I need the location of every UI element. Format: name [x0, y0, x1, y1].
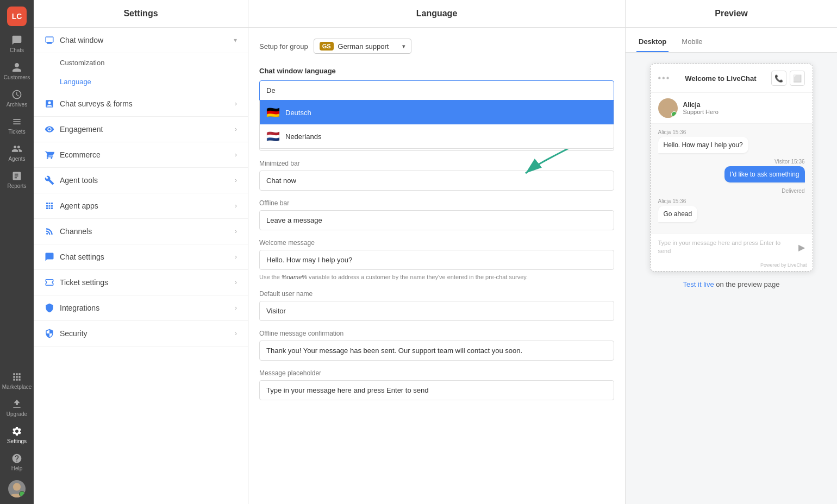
welcome-message-input[interactable] [259, 250, 614, 270]
minimized-bar-input[interactable] [259, 171, 614, 191]
preview-title: Preview [626, 0, 837, 28]
chevron-right-icon-10: › [235, 330, 237, 337]
chat-preview-agent: Alicja Support Hero [651, 93, 813, 124]
upgrade-label: Upgrade [7, 411, 27, 417]
nav-section-chat-settings[interactable]: Chat settings › [34, 244, 248, 270]
group-dropdown-arrow: ▾ [402, 43, 405, 50]
integrations-icon [45, 303, 54, 313]
agent-info: Alicja Support Hero [683, 101, 805, 115]
left-navigation: LC Chats Customers Archives Tickets Agen… [0, 0, 34, 504]
preview-tabs: Desktop Mobile [626, 28, 837, 53]
chevron-right-icon-8: › [235, 279, 237, 286]
powered-by: Powered by LiveChat [651, 261, 813, 271]
flag-nl: 🇳🇱 [266, 130, 280, 143]
language-dropdown-container: 🇩🇪 Deutsch 🇳🇱 Nederlands [259, 80, 614, 100]
nav-section-chat-surveys[interactable]: Chat surveys & forms › [34, 91, 248, 117]
minimized-bar-label: Minimized bar [259, 160, 614, 167]
tab-desktop[interactable]: Desktop [636, 34, 669, 52]
chat-preview-header: ••• Welcome to LiveChat 📞 ⬜ [651, 64, 813, 93]
nav-sub-customization[interactable]: Customization [34, 53, 248, 72]
settings-title: Settings [34, 0, 248, 28]
settings-label: Settings [7, 438, 27, 444]
chat-window-preview: ••• Welcome to LiveChat 📞 ⬜ Alicja Suppo… [650, 64, 813, 272]
language-search-input[interactable] [259, 80, 614, 100]
language-option-deutsch[interactable]: 🇩🇪 Deutsch [260, 100, 614, 124]
percent-name: %name% [282, 274, 307, 280]
marketplace-label: Marketplace [2, 384, 32, 390]
svg-point-0 [13, 483, 21, 490]
msg-delivered: Delivered [658, 188, 805, 194]
eye-icon [45, 124, 54, 134]
offline-bar-input[interactable] [259, 210, 614, 230]
sidebar-item-tickets[interactable]: Tickets [0, 112, 34, 139]
chat-minimize-icon[interactable]: ⬜ [790, 71, 805, 86]
preview-panel: Preview Desktop Mobile ••• Welcome to Li… [625, 0, 837, 504]
message-placeholder-input[interactable] [259, 380, 614, 400]
section-title: Chat window language [259, 67, 614, 75]
nav-sub-language[interactable]: Language [34, 72, 248, 91]
sidebar-item-marketplace[interactable]: Marketplace [0, 367, 34, 394]
chevron-right-icon-5: › [235, 202, 237, 210]
sidebar-item-customers[interactable]: Customers [0, 58, 34, 85]
default-user-name-input[interactable] [259, 301, 614, 321]
user-avatar[interactable] [8, 480, 26, 497]
group-badge: GS [320, 42, 334, 51]
tab-mobile[interactable]: Mobile [679, 34, 704, 52]
msg-row-1: Hello. How may I help you? [658, 137, 805, 158]
nav-section-chat-window[interactable]: Chat window ▾ [34, 28, 248, 53]
chevron-right-icon-3: › [235, 151, 237, 159]
help-label: Help [11, 465, 23, 471]
sidebar-item-reports[interactable]: Reports [0, 166, 34, 193]
chevron-right-icon: › [235, 100, 237, 108]
nav-section-ecommerce[interactable]: Ecommerce › [34, 142, 248, 168]
sidebar-item-archives[interactable]: Archives [0, 85, 34, 112]
msg-bubble-agent-2: Go ahead [658, 206, 698, 222]
group-name: German support [338, 42, 398, 51]
offline-confirmation-input[interactable] [259, 341, 614, 361]
nav-section-integrations[interactable]: Integrations › [34, 295, 248, 321]
nav-section-security[interactable]: Security › [34, 321, 248, 346]
msg-row-3: Go ahead [658, 206, 805, 226]
security-icon [45, 329, 54, 338]
apps-icon [45, 201, 54, 211]
nav-section-channels[interactable]: Channels › [34, 219, 248, 244]
msg-bubble-visitor: I'd like to ask something [724, 166, 805, 182]
survey-icon [45, 99, 54, 109]
agents-label: Agents [8, 156, 25, 162]
customers-icon [11, 62, 22, 73]
archives-label: Archives [7, 102, 27, 108]
welcome-message-label: Welcome message [259, 239, 614, 247]
sidebar-item-agents[interactable]: Agents [0, 139, 34, 166]
settings-icon [11, 426, 22, 437]
nav-section-ticket-settings[interactable]: Ticket settings › [34, 270, 248, 295]
main-content: Language Setup for group GS German suppo… [248, 0, 625, 504]
setup-label: Setup for group [259, 42, 308, 51]
sidebar-item-settings[interactable]: Settings [0, 421, 34, 449]
chat-menu-dots[interactable]: ••• [658, 73, 671, 83]
tools-icon [45, 175, 54, 185]
sidebar-item-help[interactable]: Help [0, 449, 34, 476]
nav-section-engagement[interactable]: Engagement › [34, 117, 248, 142]
nav-section-agent-tools[interactable]: Agent tools › [34, 168, 248, 193]
preview-body: ••• Welcome to LiveChat 📞 ⬜ Alicja Suppo… [626, 53, 837, 504]
chat-input-area: Type in your message here and press Ente… [651, 233, 813, 261]
group-select-dropdown[interactable]: GS German support ▾ [314, 39, 411, 54]
language-option-nederlands[interactable]: 🇳🇱 Nederlands [260, 124, 614, 148]
test-it-live-link[interactable]: Test it live [683, 280, 714, 288]
tickets-icon [11, 116, 22, 127]
send-button[interactable]: ▶ [798, 242, 805, 253]
sidebar-item-chats[interactable]: Chats [0, 30, 34, 58]
msg-row-2: I'd like to ask something [658, 166, 805, 187]
chat-input-placeholder[interactable]: Type in your message here and press Ente… [658, 239, 794, 256]
chevron-right-icon-4: › [235, 177, 237, 184]
settings-panel: Settings Chat window ▾ Customization Lan… [34, 0, 248, 504]
msg-meta-3: Alicja 15:36 [658, 198, 805, 204]
default-user-name-label: Default user name [259, 290, 614, 298]
language-title: Language [248, 0, 625, 28]
agent-avatar [658, 98, 678, 118]
sidebar-item-upgrade[interactable]: Upgrade [0, 394, 34, 421]
upgrade-icon [11, 399, 22, 410]
nav-section-agent-apps[interactable]: Agent apps › [34, 193, 248, 219]
test-live-suffix: on the preview page [716, 280, 779, 288]
chat-phone-icon[interactable]: 📞 [771, 71, 786, 86]
